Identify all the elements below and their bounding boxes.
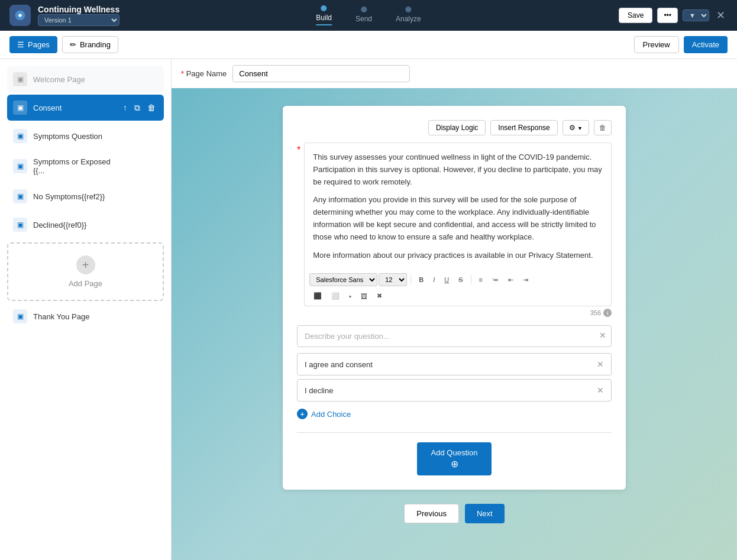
clear-format-button[interactable]: ✖ bbox=[373, 290, 386, 302]
consent-para-1: This survey assesses your continued well… bbox=[313, 151, 603, 188]
se-delete-btn[interactable]: 🗑 bbox=[145, 160, 158, 173]
rte-sep-2 bbox=[471, 275, 471, 284]
preview-button[interactable]: Preview bbox=[634, 36, 679, 53]
add-question-label: Add Question bbox=[431, 448, 478, 457]
ns-copy-btn[interactable]: ⧉ bbox=[132, 190, 143, 203]
settings-button[interactable]: ⚙ ▼ bbox=[563, 120, 589, 135]
font-family-select[interactable]: Salesforce Sans bbox=[309, 273, 377, 286]
ns-up-btn[interactable]: ↑ bbox=[121, 190, 130, 203]
choice-item-2: I decline ✕ bbox=[297, 379, 612, 402]
add-page-button[interactable]: + Add Page bbox=[7, 242, 164, 301]
consent-actions: ↑ ⧉ 🗑 bbox=[121, 102, 158, 114]
tab-analyze[interactable]: Analyze bbox=[396, 7, 421, 25]
app-title: Continuing Wellness bbox=[38, 5, 119, 14]
question-content: This survey assesses your continued well… bbox=[304, 143, 612, 317]
welcome-eye-btn[interactable]: 👁 bbox=[145, 73, 158, 85]
bold-button[interactable]: B bbox=[415, 274, 428, 286]
consent-label: Consent bbox=[33, 103, 115, 112]
sq-delete-btn[interactable]: 🗑 bbox=[145, 130, 158, 143]
thank-you-label: Thank You Page bbox=[33, 312, 115, 321]
sidebar-item-no-symptoms[interactable]: ▣ No Symptoms{{ref2}} ↑ ⧉ 🗑 bbox=[7, 183, 164, 209]
sidebar-item-thank-you[interactable]: ▣ Thank You Page ↑ ⧉ 🗑 bbox=[7, 303, 164, 329]
se-copy-btn[interactable]: ⧉ bbox=[132, 160, 143, 173]
align-left-button[interactable]: ≡ bbox=[475, 274, 487, 286]
align-left-2-button[interactable]: ⬛ bbox=[309, 290, 326, 302]
char-count-bar: 356 i bbox=[304, 309, 612, 317]
display-logic-button[interactable]: Display Logic bbox=[428, 120, 486, 135]
add-choice-label: Add Choice bbox=[311, 410, 351, 419]
insert-response-button[interactable]: Insert Response bbox=[490, 120, 557, 135]
se-up-btn[interactable]: ↑ bbox=[121, 160, 130, 173]
image-button[interactable]: 🖼 bbox=[357, 290, 371, 302]
tab-send[interactable]: Send bbox=[355, 7, 372, 25]
indent-increase-button[interactable]: ⇥ bbox=[519, 274, 532, 286]
font-size-select[interactable]: 12 bbox=[379, 273, 407, 286]
activate-button[interactable]: Activate bbox=[684, 36, 728, 53]
close-button[interactable]: ✕ bbox=[714, 7, 728, 24]
ty-delete-btn[interactable]: 🗑 bbox=[145, 310, 158, 323]
save-button[interactable]: Save bbox=[619, 8, 652, 23]
branding-label: Branding bbox=[80, 40, 111, 49]
question-body: * This survey assesses your continued we… bbox=[297, 143, 612, 317]
align-right-button[interactable]: ▪ bbox=[345, 290, 355, 302]
consent-up-btn[interactable]: ↑ bbox=[121, 102, 130, 114]
nav-center: Build Send Analyze bbox=[316, 5, 421, 25]
nav-right: Save ••• ▼ ✕ bbox=[619, 7, 728, 24]
survey-container: Display Logic Insert Response ⚙ ▼ 🗑 * bbox=[283, 100, 626, 530]
consent-copy-btn[interactable]: ⧉ bbox=[132, 102, 143, 114]
settings-dropdown-icon: ▼ bbox=[577, 125, 583, 131]
italic-button[interactable]: I bbox=[429, 274, 439, 286]
dec-delete-btn[interactable]: 🗑 bbox=[145, 219, 158, 231]
branding-button[interactable]: ✏ Branding bbox=[62, 36, 118, 53]
dec-copy-btn[interactable]: ⧉ bbox=[132, 219, 143, 231]
page-name-input[interactable] bbox=[232, 65, 410, 82]
required-star: * bbox=[181, 69, 184, 78]
next-button[interactable]: Next bbox=[465, 504, 505, 523]
app-icon bbox=[9, 5, 31, 26]
add-choice-button[interactable]: + Add Choice bbox=[297, 405, 351, 423]
sidebar: ▣ Welcome Page 👁 ▣ Consent ↑ ⧉ 🗑 ▣ Sympt… bbox=[0, 59, 172, 560]
dec-up-btn[interactable]: ↑ bbox=[121, 219, 130, 231]
indent-decrease-button[interactable]: ⇤ bbox=[504, 274, 518, 286]
choice-2-delete[interactable]: ✕ bbox=[597, 386, 604, 395]
toolbar-right: Preview Activate bbox=[634, 36, 728, 53]
add-question-button[interactable]: Add Question ⊕ bbox=[417, 442, 492, 475]
ty-up-btn[interactable]: ↑ bbox=[121, 310, 130, 323]
sidebar-item-consent[interactable]: ▣ Consent ↑ ⧉ 🗑 bbox=[7, 95, 164, 121]
sq-copy-btn[interactable]: ⧉ bbox=[132, 130, 143, 143]
sidebar-item-symptoms-exposed[interactable]: ▣ Symptoms or Exposed {{... ↑ ⧉ 🗑 bbox=[7, 151, 164, 181]
rte-toolbar: Salesforce Sans 12 B I U S bbox=[304, 270, 612, 306]
rte-sep-1 bbox=[410, 275, 411, 284]
symptoms-question-icon: ▣ bbox=[13, 129, 27, 143]
rich-text-content[interactable]: This survey assesses your continued well… bbox=[304, 143, 612, 270]
tab-build[interactable]: Build bbox=[316, 5, 332, 25]
strikethrough-button[interactable]: S bbox=[454, 274, 467, 286]
sidebar-item-welcome[interactable]: ▣ Welcome Page 👁 bbox=[7, 66, 164, 92]
align-center-button[interactable]: ⬜ bbox=[327, 290, 344, 302]
welcome-label: Welcome Page bbox=[33, 75, 139, 84]
question-toolbar: Display Logic Insert Response ⚙ ▼ 🗑 bbox=[297, 120, 612, 135]
previous-button[interactable]: Previous bbox=[404, 504, 459, 523]
question-desc-close[interactable]: ✕ bbox=[599, 331, 606, 340]
divider bbox=[297, 432, 612, 433]
choice-2-label: I decline bbox=[305, 386, 333, 395]
dropdown-select[interactable]: ▼ bbox=[683, 9, 709, 21]
consent-icon: ▣ bbox=[13, 101, 27, 115]
choice-item-1: I agree and consent ✕ bbox=[297, 353, 612, 376]
question-description[interactable]: Describe your question... ✕ bbox=[297, 325, 612, 347]
sq-up-btn[interactable]: ↑ bbox=[121, 130, 130, 143]
version-select[interactable]: Version 1 bbox=[38, 14, 119, 26]
delete-question-button[interactable]: 🗑 bbox=[594, 120, 612, 135]
pages-button[interactable]: ☰ Pages bbox=[9, 36, 57, 53]
more-button[interactable]: ••• bbox=[657, 8, 678, 23]
list-ordered-button[interactable]: ≔ bbox=[488, 274, 503, 286]
pages-icon: ☰ bbox=[17, 40, 24, 49]
ty-copy-btn[interactable]: ⧉ bbox=[132, 310, 143, 323]
add-choice-icon: + bbox=[297, 409, 308, 419]
ns-delete-btn[interactable]: 🗑 bbox=[145, 190, 158, 203]
underline-button[interactable]: U bbox=[440, 274, 453, 286]
choice-1-delete[interactable]: ✕ bbox=[597, 360, 604, 369]
sidebar-item-symptoms-question[interactable]: ▣ Symptoms Question ↑ ⧉ 🗑 bbox=[7, 123, 164, 149]
consent-delete-btn[interactable]: 🗑 bbox=[145, 102, 158, 114]
sidebar-item-declined[interactable]: ▣ Declined{{ref0}} ↑ ⧉ 🗑 bbox=[7, 212, 164, 238]
